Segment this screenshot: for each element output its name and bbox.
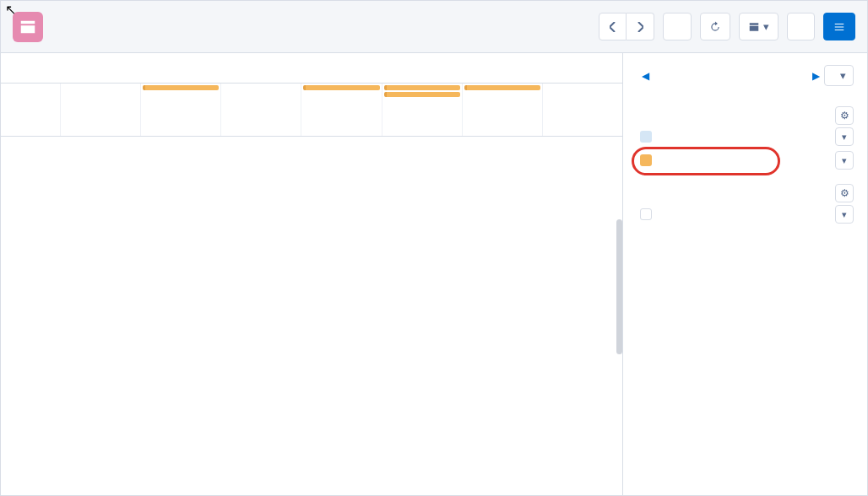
day-header-thu[interactable] xyxy=(382,53,462,83)
calendar-view-button[interactable]: ▾ xyxy=(739,13,778,40)
chevron-down-icon: ▾ xyxy=(840,69,846,82)
color-swatch xyxy=(640,131,652,143)
calendar-app-icon xyxy=(13,12,43,42)
allday-fri[interactable] xyxy=(462,84,542,136)
chevron-down-icon: ▾ xyxy=(842,209,847,220)
calendar-item-my-events[interactable]: ▾ xyxy=(637,125,854,148)
day-header-fri[interactable] xyxy=(462,53,542,83)
day-header-sat[interactable] xyxy=(542,53,622,83)
refresh-icon xyxy=(709,21,721,33)
allday-sat[interactable] xyxy=(542,84,622,136)
mini-next-month[interactable]: ▶ xyxy=(807,70,824,82)
allday-wed[interactable] xyxy=(301,84,381,136)
allday-event[interactable] xyxy=(464,85,540,90)
prev-week-button[interactable] xyxy=(599,13,627,40)
list-icon xyxy=(833,21,846,33)
highlight-annotation xyxy=(632,147,780,175)
allday-event[interactable] xyxy=(384,92,460,97)
my-calendars-settings[interactable]: ⚙ xyxy=(835,106,854,125)
color-swatch xyxy=(640,208,652,220)
chevron-left-icon xyxy=(610,22,616,32)
next-week-button[interactable] xyxy=(627,13,654,40)
day-header-mon[interactable] xyxy=(140,53,220,83)
allday-row xyxy=(1,84,622,137)
other-calendars-settings[interactable]: ⚙ xyxy=(835,184,854,202)
allday-thu[interactable] xyxy=(382,84,462,136)
calendar-item-menu[interactable]: ▾ xyxy=(835,205,854,224)
day-header-tue[interactable] xyxy=(220,53,301,83)
new-event-button[interactable] xyxy=(787,13,815,40)
allday-sun[interactable] xyxy=(60,84,140,136)
calendar-grid-icon xyxy=(748,21,760,33)
allday-event[interactable] xyxy=(143,85,219,90)
chevron-down-icon: ▾ xyxy=(842,155,847,166)
calendar-item-closing-opportunities[interactable]: ▾ xyxy=(637,148,854,172)
allday-tue[interactable] xyxy=(220,84,301,136)
allday-event[interactable] xyxy=(384,85,460,90)
timezone-label xyxy=(1,53,60,83)
day-header-sun[interactable] xyxy=(60,53,140,83)
scrollbar-thumb[interactable] xyxy=(616,219,622,354)
sidebar: ◀ ▶ ▾ ⚙ ▾ ▾ ⚙ xyxy=(622,53,867,496)
today-button[interactable] xyxy=(663,13,692,40)
day-header-wed[interactable] xyxy=(301,53,381,83)
week-calendar xyxy=(1,53,622,496)
calendar-item-menu[interactable]: ▾ xyxy=(835,127,854,146)
time-grid[interactable] xyxy=(1,137,622,496)
allday-event[interactable] xyxy=(303,85,379,90)
calendar-icon xyxy=(19,18,37,36)
list-view-button[interactable] xyxy=(823,13,855,40)
calendar-item-norma-baker[interactable]: ▾ xyxy=(637,202,854,226)
mini-prev-month[interactable]: ◀ xyxy=(637,70,654,82)
allday-mon[interactable] xyxy=(140,84,220,136)
page-header: ▾ xyxy=(1,1,867,53)
gear-icon: ⚙ xyxy=(840,110,849,121)
refresh-button[interactable] xyxy=(700,13,730,40)
calendar-item-menu[interactable]: ▾ xyxy=(835,151,854,170)
color-swatch xyxy=(640,154,652,166)
chevron-down-icon: ▾ xyxy=(842,132,847,143)
year-selector[interactable]: ▾ xyxy=(824,65,854,86)
gear-icon: ⚙ xyxy=(840,187,849,199)
chevron-right-icon xyxy=(637,22,643,32)
